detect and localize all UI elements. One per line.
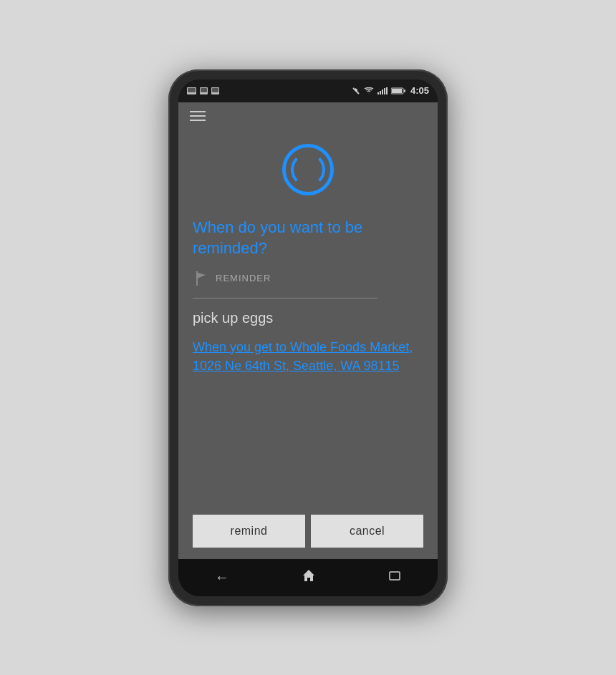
reminder-task: pick up eggs <box>193 310 423 326</box>
flag-icon <box>193 271 208 286</box>
status-time: 4:05 <box>410 85 429 96</box>
wifi-icon <box>364 87 374 94</box>
mute-icon <box>352 87 360 95</box>
phone-screen: 4:05 When do you want to be reminded? <box>178 79 438 596</box>
svg-rect-15 <box>196 271 198 286</box>
notif-icon-3 <box>211 87 219 94</box>
signal-icon <box>377 87 388 94</box>
back-button[interactable]: ← <box>203 565 241 590</box>
phone-device: 4:05 When do you want to be reminded? <box>168 69 448 606</box>
svg-rect-14 <box>404 89 405 92</box>
svg-rect-7 <box>377 92 379 94</box>
reminder-row: REMINDER <box>193 271 423 286</box>
svg-rect-9 <box>382 89 383 94</box>
svg-rect-3 <box>201 88 207 92</box>
app-content: When do you want to be reminded? REMINDE… <box>178 217 438 559</box>
svg-rect-8 <box>380 91 381 94</box>
status-bar: 4:05 <box>178 79 438 102</box>
cancel-button[interactable]: cancel <box>311 515 423 548</box>
app-screen: When do you want to be reminded? REMINDE… <box>178 102 438 559</box>
remind-button[interactable]: remind <box>193 515 305 548</box>
svg-rect-11 <box>386 87 388 94</box>
nav-bar: ← <box>178 559 438 596</box>
recent-button[interactable] <box>377 565 413 590</box>
battery-icon <box>391 87 405 94</box>
reminder-divider <box>193 298 377 298</box>
cortana-logo-area <box>178 130 438 217</box>
status-right-icons: 4:05 <box>352 85 429 96</box>
status-left-icons <box>187 87 219 94</box>
hamburger-button[interactable] <box>190 111 206 121</box>
reminder-label: REMINDER <box>216 273 271 283</box>
cortana-logo <box>282 144 334 195</box>
svg-rect-16 <box>390 572 400 580</box>
svg-rect-5 <box>212 88 218 92</box>
question-text: When do you want to be reminded? <box>193 217 423 259</box>
action-buttons: remind cancel <box>190 515 426 548</box>
notif-icon-2 <box>200 87 208 94</box>
app-header <box>178 102 438 130</box>
home-button[interactable] <box>290 564 327 591</box>
svg-rect-13 <box>392 89 402 93</box>
svg-rect-10 <box>384 88 385 94</box>
reminder-location[interactable]: When you get to Whole Foods Market, 1026… <box>193 338 423 375</box>
notif-icon-1 <box>187 87 196 94</box>
svg-rect-1 <box>188 88 196 92</box>
